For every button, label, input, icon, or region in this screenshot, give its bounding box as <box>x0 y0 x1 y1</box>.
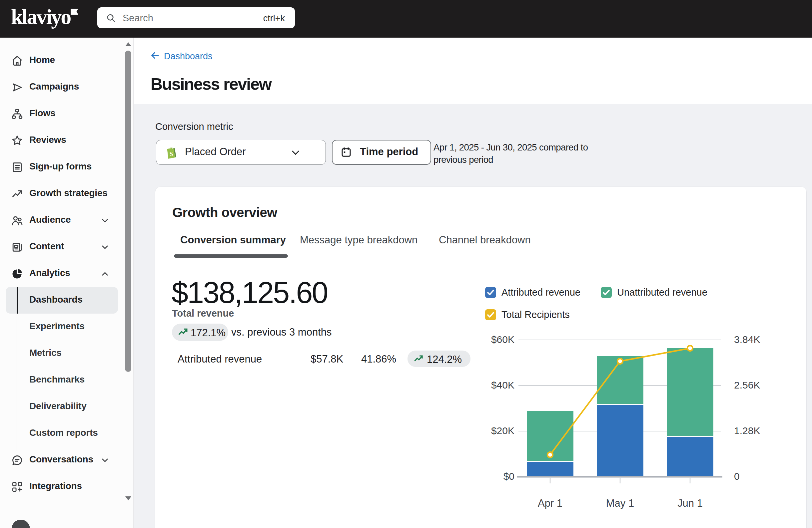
svg-text:S: S <box>169 150 174 157</box>
